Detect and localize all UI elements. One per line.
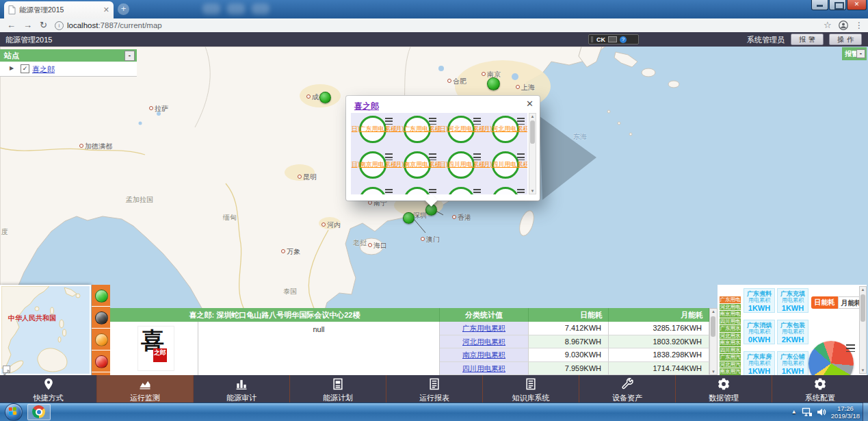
chart-menu-icon[interactable] xyxy=(517,153,525,160)
gauge-label-link[interactable]: (日)南京用电累积 xyxy=(351,160,397,169)
alarm-panel-collapse-button[interactable]: - xyxy=(856,49,865,58)
gauge[interactable] xyxy=(395,184,440,194)
chart-menu-icon[interactable] xyxy=(517,189,525,194)
tab-close-icon[interactable]: ✕ xyxy=(103,5,109,14)
table-row-category[interactable]: 四川用电累积 xyxy=(440,362,529,376)
scroll-thumb[interactable] xyxy=(530,120,535,144)
chart-menu-icon[interactable] xyxy=(385,153,393,160)
popup-close-icon[interactable]: ✕ xyxy=(526,99,534,109)
energy-tile[interactable]: 广东公辅用电累积1KWH xyxy=(777,351,808,376)
category-item[interactable]: 广东用水 xyxy=(720,325,741,332)
nav-item-energy-audit[interactable]: 能源审计 xyxy=(193,375,289,403)
chart-menu-icon[interactable] xyxy=(473,189,481,194)
chart-menu-icon[interactable] xyxy=(429,118,436,125)
table-row-category[interactable]: 河北用电累积 xyxy=(440,335,529,349)
energy-tile[interactable]: 广东消烘用电累积0KWH xyxy=(744,320,775,344)
nav-item-shortcuts[interactable]: 快捷方式 xyxy=(0,375,96,403)
nav-item-data-management[interactable]: 数据管理 xyxy=(675,375,772,403)
daily-energy-toggle[interactable]: 日能耗 xyxy=(811,296,838,309)
tree-expander-icon[interactable]: ▶ xyxy=(10,65,14,71)
gauge-label-link[interactable]: (日)河北用电累积 xyxy=(438,125,485,133)
gauge[interactable]: (日)南京用电累积 xyxy=(351,149,395,184)
bookmark-star-icon[interactable]: ☆ xyxy=(824,21,832,30)
gauge-label-link[interactable]: (月)四川用电累积 xyxy=(482,160,527,169)
gauge[interactable]: (月)河北用电累积 xyxy=(484,113,528,149)
url-field[interactable]: localhost:7887/current/map xyxy=(67,21,162,29)
site-marker[interactable] xyxy=(319,92,331,103)
chart-menu-icon[interactable] xyxy=(473,118,481,125)
category-item[interactable]: 河北用水 xyxy=(720,333,741,340)
energy-tile[interactable]: 广东包装用电累积2KWH xyxy=(777,320,808,344)
gauge-label-link[interactable]: (月)广东用电累积 xyxy=(393,125,440,133)
category-item[interactable]: 南京用水 xyxy=(720,340,741,346)
category-item[interactable]: 南京用电 xyxy=(720,311,741,318)
energy-tile[interactable]: 广东库房用电累积1KWH xyxy=(744,351,775,376)
gauge[interactable] xyxy=(351,184,395,194)
scroll-thumb[interactable] xyxy=(711,316,715,337)
scroll-up-icon[interactable]: ▲ xyxy=(529,114,536,118)
nav-item-energy-plan[interactable]: 能源计划 xyxy=(289,375,386,403)
browser-tab[interactable]: 能源管理2015 ✕ xyxy=(4,1,114,18)
site-panel-collapse-button[interactable]: - xyxy=(124,51,135,61)
site-marker[interactable] xyxy=(403,212,415,224)
ime-mode-label[interactable]: CK xyxy=(596,36,605,43)
gauge-label-link[interactable]: (日)广东用电累积 xyxy=(351,125,397,133)
browser-menu-icon[interactable]: ⋮ xyxy=(855,21,863,30)
forward-icon[interactable]: → xyxy=(23,21,32,30)
category-item[interactable]: 南京用汽 xyxy=(720,368,741,375)
chart-menu-icon[interactable] xyxy=(385,189,393,194)
chart-menu-icon[interactable] xyxy=(429,153,436,160)
nav-item-system-config[interactable]: 系统配置 xyxy=(772,375,868,403)
table-row-category[interactable]: 广东用电累积 xyxy=(440,322,529,335)
gauge[interactable] xyxy=(484,184,528,194)
gauge-label-link[interactable]: (日)四川用电累积 xyxy=(438,160,485,169)
window-maximize-button[interactable] xyxy=(829,0,846,10)
table-row-category[interactable]: 南京用电累积 xyxy=(440,348,529,362)
nav-item-monitoring[interactable]: 运行监测 xyxy=(96,375,193,403)
tray-expand-icon[interactable]: ▲ xyxy=(791,409,797,415)
new-tab-button[interactable]: + xyxy=(118,3,129,15)
gauge-label-link[interactable]: (月)河北用电累积 xyxy=(482,125,527,133)
action-button[interactable]: 操作 xyxy=(829,34,862,45)
alarm-button[interactable]: 报警 xyxy=(791,34,824,45)
category-item[interactable]: 河北用电 xyxy=(720,304,741,311)
table-scrollbar[interactable]: ▲ ▼ xyxy=(709,308,718,375)
scroll-up-icon[interactable]: ▲ xyxy=(710,309,717,314)
energy-tile[interactable]: 广东煮料用电累积1KWH xyxy=(744,288,775,313)
back-icon[interactable]: ← xyxy=(7,21,16,30)
gauge[interactable]: (月)广东用电累积 xyxy=(395,113,440,149)
widgets-scrollbar[interactable]: ▲ ▼ xyxy=(859,286,867,374)
gauge[interactable]: (月)南京用电累积 xyxy=(395,149,440,184)
taskbar-clock[interactable]: 17:26 2019/3/18 xyxy=(831,405,860,420)
site-tree-link[interactable]: 喜之郎 xyxy=(32,64,55,75)
chart-menu-icon[interactable] xyxy=(517,118,525,125)
show-desktop-button[interactable] xyxy=(863,403,868,421)
scroll-thumb[interactable] xyxy=(860,294,865,322)
nav-item-equipment-assets[interactable]: 设备资产 xyxy=(579,375,675,403)
status-normal[interactable] xyxy=(92,285,110,307)
site-checkbox[interactable]: ✓ xyxy=(21,64,29,73)
energy-tile[interactable]: 广东充填用电累积1KWH xyxy=(777,288,808,313)
popup-scrollbar[interactable]: ▲ ▼ xyxy=(529,113,536,194)
category-item[interactable]: 广东用电 xyxy=(720,296,741,303)
ime-grip-icon[interactable] xyxy=(591,36,594,42)
ime-keyboard-icon[interactable] xyxy=(608,36,617,42)
reload-icon[interactable]: ↻ xyxy=(40,21,47,30)
minimap-resize-icon[interactable] xyxy=(3,366,10,373)
scroll-down-icon[interactable]: ▼ xyxy=(710,370,717,374)
gauge[interactable]: (日)广东用电累积 xyxy=(351,113,395,149)
gauge-label-link[interactable]: (月)南京用电累积 xyxy=(393,160,440,169)
ime-toolbar[interactable]: CK ? xyxy=(588,34,639,44)
category-item[interactable]: 四川用电 xyxy=(720,318,741,325)
category-item[interactable]: 河北用汽 xyxy=(720,361,741,368)
category-item[interactable]: 广东用汽 xyxy=(720,354,741,361)
network-icon[interactable] xyxy=(802,407,812,417)
site-marker[interactable] xyxy=(487,77,500,90)
chart-menu-icon[interactable] xyxy=(846,344,855,352)
gauge[interactable] xyxy=(439,184,484,194)
gauge[interactable]: (月)四川用电累积 xyxy=(484,149,528,184)
scroll-up-icon[interactable]: ▲ xyxy=(860,288,866,292)
taskbar-chrome-button[interactable] xyxy=(27,404,51,420)
gauge[interactable]: (日)河北用电累积 xyxy=(439,113,484,149)
chart-menu-icon[interactable] xyxy=(429,189,436,194)
